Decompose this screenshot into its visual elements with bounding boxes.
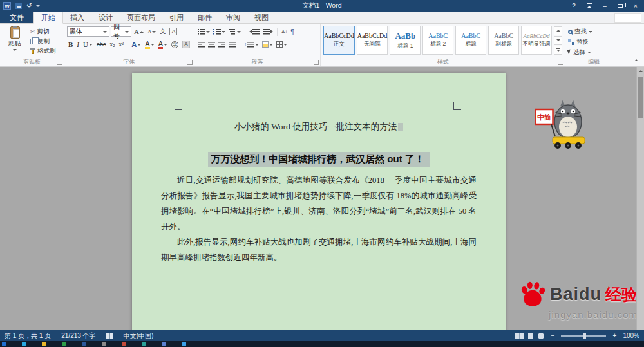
tab-mailings[interactable]: 邮件 — [191, 12, 219, 23]
tab-references[interactable]: 引用 — [162, 12, 191, 23]
zoom-out-button[interactable]: − — [549, 332, 556, 339]
bold-button[interactable]: B — [67, 39, 74, 50]
style-no-spacing[interactable]: AaBbCcDd 无间隔 — [357, 26, 388, 55]
tab-home[interactable]: 开始 — [33, 12, 63, 24]
style-heading2[interactable]: AaBbC 标题 2 — [422, 26, 453, 55]
align-right-button[interactable] — [218, 39, 226, 50]
grow-font-button[interactable]: A — [133, 26, 145, 37]
sort-button[interactable]: A↓ — [281, 26, 288, 37]
scroll-up-icon[interactable] — [637, 67, 644, 75]
styles-scroll-down[interactable] — [554, 36, 562, 45]
scrollbar-thumb[interactable] — [638, 77, 643, 118]
style-subtitle[interactable]: AaBbC 副标题 — [488, 26, 519, 55]
tab-file[interactable]: 文件 — [0, 12, 33, 23]
strikethrough-button[interactable]: abc — [95, 39, 108, 50]
style-subtle-emphasis[interactable]: AaBbCcDd 不明显强调 — [521, 26, 552, 55]
vertical-scrollbar[interactable] — [636, 67, 644, 330]
document-title-line[interactable]: 小小猪的 Word 使用技巧一批注文本的方法 — [161, 121, 477, 133]
text-effects-button[interactable]: A — [130, 39, 142, 50]
tab-design[interactable]: 设计 — [91, 12, 120, 23]
styles-more-button[interactable] — [554, 46, 562, 55]
page-indicator[interactable]: 第 1 页，共 1 页 — [5, 332, 51, 341]
tab-review[interactable]: 审阅 — [219, 12, 247, 23]
taskbar-item[interactable] — [22, 342, 26, 346]
tab-view[interactable]: 视图 — [247, 12, 276, 23]
collapse-ribbon-button[interactable] — [632, 56, 641, 64]
style-heading1[interactable]: AaBb 标题 1 — [390, 26, 421, 55]
line-spacing-button[interactable]: ↕ — [243, 39, 260, 50]
zoom-level[interactable]: 100% — [623, 332, 639, 339]
shading-button[interactable] — [261, 39, 274, 50]
zoom-slider[interactable] — [561, 335, 606, 337]
taskbar-item[interactable] — [142, 342, 146, 346]
taskbar-item[interactable] — [2, 342, 6, 346]
language-indicator[interactable]: 中文(中国) — [124, 332, 154, 341]
taskbar-item[interactable] — [102, 342, 106, 346]
proofing-icon[interactable] — [106, 333, 113, 339]
find-button[interactable]: 查找 — [568, 27, 620, 36]
restore-button[interactable] — [613, 1, 627, 11]
help-button[interactable]: ? — [567, 1, 581, 11]
cut-button[interactable]: ✂ 剪切 — [30, 27, 56, 36]
undo-icon[interactable]: ↺ — [26, 3, 32, 9]
style-normal[interactable]: AaBbCcDd 正文 — [323, 26, 355, 55]
word-count[interactable]: 21/213 个字 — [61, 332, 95, 341]
taskbar-item[interactable] — [82, 342, 86, 346]
account-area[interactable] — [614, 13, 641, 23]
underline-button[interactable]: U — [82, 39, 94, 50]
tab-page-layout[interactable]: 页面布局 — [120, 12, 162, 23]
font-dialog-launcher[interactable] — [187, 60, 193, 65]
replace-button[interactable]: 替换 — [568, 37, 620, 46]
copy-button[interactable]: 复制 — [30, 37, 56, 46]
multilevel-list-button[interactable] — [228, 26, 242, 37]
text-highlight-button[interactable]: A — [144, 39, 155, 50]
align-center-button[interactable] — [207, 39, 216, 50]
align-left-button[interactable] — [197, 39, 205, 50]
numbering-button[interactable] — [213, 26, 226, 37]
paragraph-dialog-launcher[interactable] — [314, 60, 319, 65]
increase-indent-button[interactable] — [262, 26, 274, 37]
font-color-button[interactable]: A — [157, 39, 169, 50]
decrease-indent-button[interactable] — [249, 26, 260, 37]
superscript-button[interactable]: x² — [117, 39, 125, 50]
ribbon-display-options-button[interactable] — [582, 1, 596, 11]
italic-button[interactable]: I — [75, 39, 80, 50]
justify-button[interactable] — [228, 39, 236, 50]
word-logo-icon[interactable]: W — [3, 2, 11, 10]
show-marks-button[interactable]: ¶ — [290, 26, 295, 37]
styles-scroll-up[interactable] — [554, 26, 562, 35]
styles-dialog-launcher[interactable] — [558, 60, 564, 65]
qat-customize-icon[interactable] — [36, 5, 40, 7]
taskbar-item[interactable] — [42, 342, 46, 346]
close-button[interactable]: × — [629, 1, 643, 11]
paste-button[interactable]: 粘贴 — [3, 26, 27, 55]
font-size-select[interactable]: 四号 — [111, 26, 131, 37]
clipboard-dialog-launcher[interactable] — [57, 60, 62, 65]
zoom-in-button[interactable]: + — [611, 332, 618, 339]
format-painter-button[interactable]: 格式刷 — [30, 46, 56, 55]
font-name-select[interactable]: 黑体 — [67, 26, 109, 37]
taskbar-item[interactable] — [162, 342, 166, 346]
subscript-button[interactable]: x₂ — [108, 39, 116, 50]
taskbar-item[interactable] — [122, 342, 126, 346]
tab-insert[interactable]: 插入 — [63, 12, 91, 23]
save-icon[interactable] — [15, 3, 22, 9]
document-paragraph[interactable]: 此外,报告显示,网约车补贴大战也加剧了交通拥堵,上海市网约车补贴大战期间,上海同… — [161, 234, 477, 265]
phonetic-guide-button[interactable]: 文 — [158, 26, 167, 37]
read-mode-button[interactable] — [515, 333, 524, 339]
enclose-characters-button[interactable]: 字 — [170, 39, 180, 50]
shrink-font-button[interactable]: A — [146, 26, 158, 37]
select-button[interactable]: 选择 — [568, 48, 620, 57]
style-title[interactable]: AaBbC 标题 — [455, 26, 486, 55]
taskbar-item[interactable] — [62, 342, 66, 346]
character-border-button[interactable]: A — [168, 26, 178, 37]
document-paragraph[interactable]: 近日,交通运输部规划研究院、高德地图等联合发布《2018 一季度中国主要城市交通… — [161, 173, 477, 234]
character-shading-button[interactable]: A — [181, 39, 191, 50]
document-page[interactable]: 小小猪的 Word 使用技巧一批注文本的方法 万万没想到！中国堵城排行榜，武汉居… — [132, 73, 506, 330]
minimize-button[interactable]: – — [598, 1, 612, 11]
taskbar-item[interactable] — [182, 342, 186, 346]
web-layout-button[interactable] — [538, 333, 544, 339]
document-heading-line[interactable]: 万万没想到！中国堵城排行榜，武汉居然 out 了！ — [161, 152, 477, 167]
bullets-button[interactable] — [197, 26, 211, 37]
print-layout-button[interactable] — [528, 333, 533, 339]
